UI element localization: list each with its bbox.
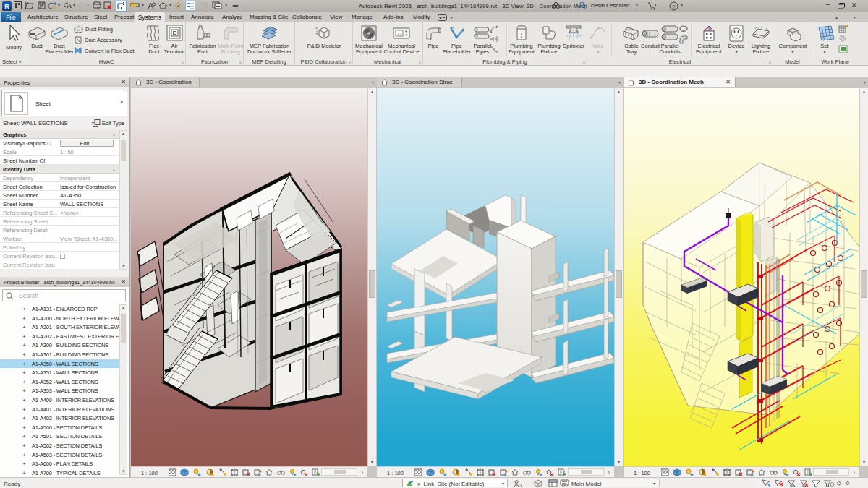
svg-text:?: ? [672, 4, 676, 10]
svg-text:72: 72 [397, 32, 402, 36]
svg-text::0: :0 [519, 483, 522, 487]
svg-text:R: R [4, 3, 9, 10]
